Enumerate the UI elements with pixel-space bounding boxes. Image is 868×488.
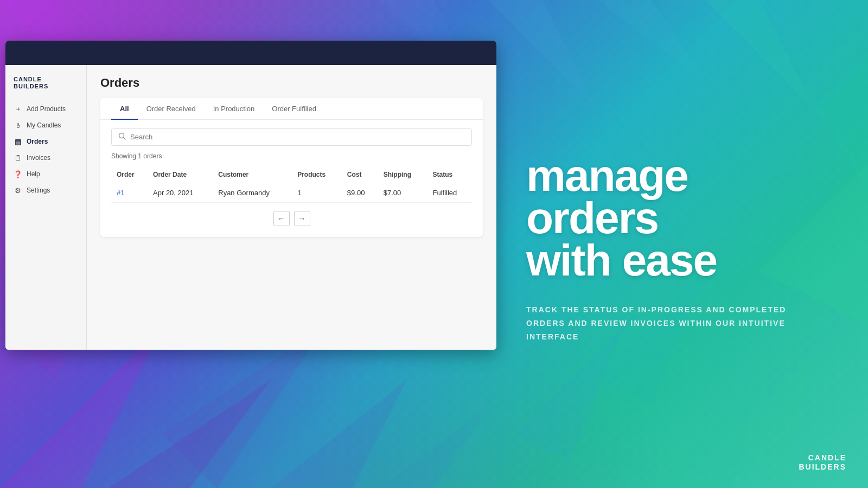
bottom-logo-line1: CANDLE	[799, 453, 846, 463]
sidebar-item-label: Settings	[27, 187, 50, 194]
svg-line-21	[124, 138, 126, 140]
subtext: TRACK THE STATUS OF IN-PROGRESS AND COMP…	[526, 303, 797, 344]
tab-in-production[interactable]: In Production	[205, 98, 264, 119]
headline-line3: with ease	[526, 239, 835, 281]
cell-shipping: $7.00	[378, 183, 427, 203]
sidebar-nav: ＋ Add Products 🕯 My Candles ▤ Orders 🗒 I…	[5, 98, 86, 201]
help-icon: ❓	[14, 170, 22, 178]
tab-order-received[interactable]: Order Received	[138, 98, 205, 119]
cell-order[interactable]: #1	[111, 183, 148, 203]
cell-cost: $9.00	[342, 183, 378, 203]
next-page-button[interactable]: →	[294, 211, 310, 226]
col-cost: Cost	[342, 166, 378, 183]
headline-line2: orders	[526, 197, 835, 239]
search-input[interactable]	[130, 133, 465, 141]
sidebar-item-label: Orders	[27, 138, 48, 145]
sidebar-item-orders[interactable]: ▤ Orders	[5, 133, 86, 150]
app-content: CANDLE BUILDERS ＋ Add Products 🕯 My Cand…	[5, 65, 496, 350]
col-status: Status	[427, 166, 472, 183]
col-customer: Customer	[213, 166, 292, 183]
plus-icon: ＋	[14, 105, 22, 113]
col-order-date: Order Date	[148, 166, 213, 183]
cell-customer: Ryan Gormandy	[213, 183, 292, 203]
search-icon	[118, 132, 126, 142]
orders-icon: ▤	[14, 137, 22, 146]
cell-products: 1	[292, 183, 342, 203]
sidebar-logo: CANDLE BUILDERS	[5, 70, 86, 98]
page-title: Orders	[100, 76, 483, 90]
orders-table: Order Order Date Customer Products Cost …	[111, 166, 472, 203]
pagination: ← →	[111, 203, 472, 229]
search-bar[interactable]	[111, 128, 472, 146]
table-row[interactable]: #1 Apr 20, 2021 Ryan Gormandy 1 $9.00 $7…	[111, 183, 472, 203]
app-window: CANDLE BUILDERS ＋ Add Products 🕯 My Cand…	[5, 41, 496, 350]
sidebar-item-invoices[interactable]: 🗒 Invoices	[5, 150, 86, 166]
table-head: Order Order Date Customer Products Cost …	[111, 166, 472, 183]
tabs-body: Showing 1 orders Order Order Date Custom…	[100, 120, 483, 237]
right-panel: manage orders with ease TRACK THE STATUS…	[494, 0, 868, 488]
sidebar-item-label: My Candles	[27, 121, 61, 129]
cell-order-date: Apr 20, 2021	[148, 183, 213, 203]
prev-page-button[interactable]: ←	[273, 211, 290, 226]
cell-status: Fulfilled	[427, 183, 472, 203]
main-content: Orders All Order Received In Production …	[87, 65, 496, 350]
col-shipping: Shipping	[378, 166, 427, 183]
headline-line1: manage	[526, 155, 835, 197]
logo-line1: CANDLE	[14, 76, 42, 83]
bottom-logo-line2: BUILDERS	[799, 463, 846, 472]
sidebar: CANDLE BUILDERS ＋ Add Products 🕯 My Cand…	[5, 65, 87, 350]
sidebar-item-label: Add Products	[27, 105, 66, 113]
sidebar-item-help[interactable]: ❓ Help	[5, 166, 86, 182]
table-header-row: Order Order Date Customer Products Cost …	[111, 166, 472, 183]
invoice-icon: 🗒	[14, 153, 22, 162]
col-order: Order	[111, 166, 148, 183]
showing-count: Showing 1 orders	[111, 152, 472, 160]
table-body: #1 Apr 20, 2021 Ryan Gormandy 1 $9.00 $7…	[111, 183, 472, 203]
settings-icon: ⚙	[14, 186, 22, 195]
sidebar-item-add-products[interactable]: ＋ Add Products	[5, 101, 86, 117]
logo-line2: BUILDERS	[14, 83, 48, 90]
tab-all[interactable]: All	[111, 98, 138, 119]
sidebar-item-label: Invoices	[27, 154, 50, 162]
candle-icon: 🕯	[14, 121, 22, 130]
bottom-logo: CANDLE BUILDERS	[799, 453, 846, 472]
sidebar-item-my-candles[interactable]: 🕯 My Candles	[5, 117, 86, 133]
headline: manage orders with ease	[526, 155, 835, 281]
order-link[interactable]: #1	[117, 189, 124, 197]
col-products: Products	[292, 166, 342, 183]
sidebar-item-settings[interactable]: ⚙ Settings	[5, 182, 86, 198]
title-bar	[5, 41, 496, 65]
tabs-panel: All Order Received In Production Order F…	[100, 98, 483, 237]
tab-order-fulfilled[interactable]: Order Fulfilled	[263, 98, 325, 119]
tabs-header: All Order Received In Production Order F…	[100, 98, 483, 120]
sidebar-item-label: Help	[27, 170, 40, 178]
